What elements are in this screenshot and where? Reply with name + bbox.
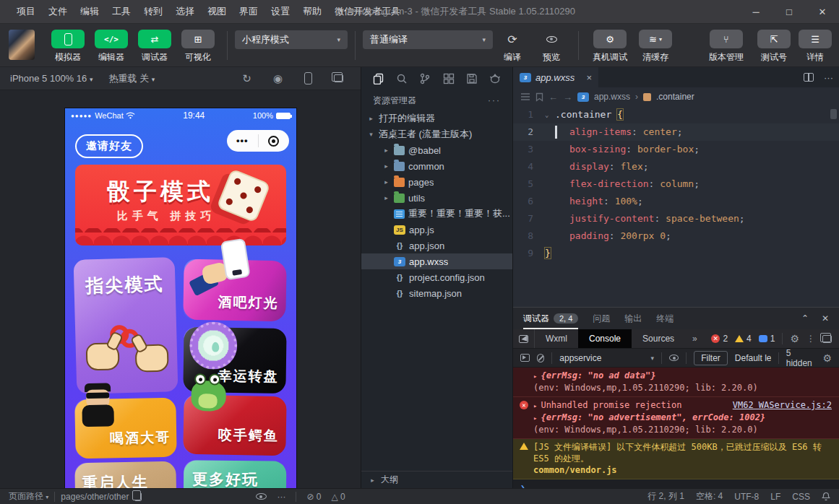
console-prompt[interactable]: ❯	[513, 479, 839, 488]
menu-item-view[interactable]: 视图	[201, 5, 233, 18]
page-path-dropdown[interactable]: 页面路径 ▾	[9, 490, 48, 503]
breadcrumb-file[interactable]: app.wxss	[594, 92, 630, 102]
expand-icon[interactable]	[533, 370, 541, 381]
tab-console[interactable]: Console	[578, 329, 632, 348]
live-expression-icon[interactable]	[669, 355, 679, 361]
outline-section[interactable]: 大纲	[361, 471, 512, 488]
console-error-message[interactable]: {errMsg: "no ad data"} (env: Windows,mp,…	[513, 368, 839, 397]
tile-restart-life[interactable]: 重启人生 模拟器	[74, 461, 176, 488]
bookmark-icon[interactable]	[535, 92, 543, 102]
menu-item-interface[interactable]: 界面	[233, 5, 264, 18]
menu-item-edit[interactable]: 编辑	[74, 5, 106, 18]
notifications-bell-icon[interactable]	[822, 492, 830, 501]
rotate-icon[interactable]: ↻	[242, 72, 251, 85]
menu-item-goto[interactable]: 转到	[137, 5, 169, 18]
compile-mode-dropdown[interactable]: 普通编译	[363, 30, 493, 49]
save-icon[interactable]	[466, 73, 478, 84]
compile-button[interactable]: ⟳ 编译	[493, 30, 532, 64]
collapse-panel-icon[interactable]: ⌃	[801, 313, 809, 323]
console-error-message[interactable]: ✕ Unhandled promise rejectionVM62 WAServ…	[513, 397, 839, 439]
indentation[interactable]: 空格: 4	[696, 490, 723, 503]
test-account-button[interactable]: ⇱ 测试号	[755, 30, 793, 64]
explorer-actions-icon[interactable]: ···	[488, 95, 501, 105]
tree-item-babel-folder[interactable]: @babel	[361, 142, 512, 158]
menu-item-file[interactable]: 文件	[42, 5, 74, 18]
tile-bar-light[interactable]: 酒吧灯光	[183, 259, 286, 321]
outline-list-icon[interactable]	[520, 92, 530, 101]
menu-item-help[interactable]: 帮助	[296, 5, 328, 18]
language-mode[interactable]: CSS	[792, 492, 810, 502]
details-button[interactable]: ☰ 详情	[799, 30, 832, 64]
status-error-count[interactable]: ⊘ 0	[306, 492, 321, 502]
console-sidebar-icon[interactable]	[520, 354, 530, 362]
source-control-icon[interactable]	[419, 73, 431, 84]
menu-item-tools[interactable]: 工具	[106, 5, 137, 18]
tree-item-utils-folder[interactable]: utils	[361, 190, 512, 206]
tile-finger-mode[interactable]: 指尖模式	[74, 257, 178, 394]
tab-sources[interactable]: Sources	[632, 329, 685, 348]
tree-item-common-folder[interactable]: common	[361, 158, 512, 174]
hidden-messages-label[interactable]: 5 hidden	[786, 348, 816, 368]
tree-item-app-js[interactable]: JS app.js	[361, 222, 512, 238]
files-icon[interactable]	[373, 73, 384, 84]
tree-item-app-wxss[interactable]: 3 app.wxss	[361, 253, 512, 269]
menu-item-settings[interactable]: 设置	[264, 5, 296, 18]
log-level-dropdown[interactable]: Default lev	[735, 353, 771, 363]
device-frame-icon[interactable]	[304, 72, 312, 84]
tile-more-fun[interactable]: 更多好玩 点这里	[184, 460, 287, 488]
tab-terminal[interactable]: 终端	[656, 308, 674, 329]
editor-toggle-button[interactable]: </> 编辑器	[90, 30, 133, 64]
tile-lucky-wheel[interactable]: 幸运转盘	[183, 327, 286, 394]
tile-drinking-bro[interactable]: 喝酒大哥	[74, 398, 176, 459]
code-editor[interactable]: 1⌄ .container { 2 align-items: center; 3…	[513, 106, 839, 307]
context-selector[interactable]: appservice	[559, 353, 654, 363]
minimize-button[interactable]: ─	[739, 0, 773, 24]
detach-window-icon[interactable]	[334, 74, 343, 82]
search-icon[interactable]	[396, 73, 408, 84]
source-link[interactable]: VM62 WAService.js:2	[733, 399, 832, 411]
user-avatar[interactable]	[9, 30, 35, 60]
debugger-toggle-button[interactable]: ⇄ 调试器	[133, 30, 176, 64]
visualization-toggle-button[interactable]: ⊞ 可视化	[176, 30, 220, 64]
encoding[interactable]: UTF-8	[734, 492, 759, 502]
clear-console-icon[interactable]	[537, 354, 545, 362]
eol-type[interactable]: LF	[770, 492, 780, 502]
tree-item-project-root[interactable]: 酒桌王者 (流量主版本)	[361, 126, 512, 142]
capsule-menu[interactable]: •••	[227, 130, 289, 152]
undock-icon[interactable]	[822, 335, 832, 343]
expand-icon[interactable]	[533, 400, 541, 410]
inspect-element-icon[interactable]	[513, 329, 535, 348]
status-warning-count[interactable]: △ 0	[332, 492, 345, 502]
tab-debugger[interactable]: 调试器 2, 4	[523, 308, 578, 329]
status-more-icon[interactable]: ···	[277, 492, 285, 502]
kebab-menu-icon[interactable]: ⋮	[806, 334, 815, 344]
forward-icon[interactable]: →	[563, 92, 572, 103]
close-tab-icon[interactable]: ×	[586, 72, 592, 83]
editor-scrollbar[interactable]	[830, 109, 837, 119]
hot-reload-toggle[interactable]: 热重载 关 ▾	[108, 72, 155, 85]
preview-button[interactable]: 预览	[532, 30, 571, 64]
record-icon[interactable]: ◉	[273, 72, 283, 85]
close-panel-icon[interactable]: ✕	[822, 313, 829, 323]
close-button[interactable]: ✕	[806, 0, 839, 24]
expand-icon[interactable]	[533, 412, 541, 422]
breadcrumb-symbol[interactable]: .container	[656, 92, 694, 102]
editor-more-actions-icon[interactable]: ···	[824, 72, 833, 83]
mode-select-dropdown[interactable]: 小程序模式	[235, 30, 348, 49]
tab-output[interactable]: 输出	[624, 308, 642, 329]
version-control-button[interactable]: ⑂ 版本管理	[703, 30, 749, 64]
back-icon[interactable]: ←	[548, 92, 558, 103]
tab-problems[interactable]: 问题	[593, 308, 610, 329]
dice-mode-banner[interactable]: 骰子模式 比手气 拼技巧	[75, 165, 286, 246]
devtools-settings-icon[interactable]: ⚙	[790, 333, 799, 344]
tab-app-wxss[interactable]: 3 app.wxss ×	[513, 67, 598, 87]
console-warning-message[interactable]: [JS 文件编译错误] 以下文件体积超过 500KB，已跳过压缩以及 ES6 转…	[513, 439, 839, 479]
console-settings-icon[interactable]: ⚙	[822, 352, 832, 364]
extensions-icon[interactable]	[443, 73, 455, 84]
eye-icon[interactable]	[256, 493, 267, 500]
menu-item-select[interactable]: 选择	[169, 5, 201, 18]
tile-biting-crocodile[interactable]: 咬手鳄鱼	[183, 395, 286, 456]
menu-item-project[interactable]: 项目	[10, 5, 42, 18]
tree-item-important-note[interactable]: 重要！重要！重要！获...	[361, 206, 512, 222]
tree-item-open-editors[interactable]: 打开的编辑器	[361, 110, 512, 126]
